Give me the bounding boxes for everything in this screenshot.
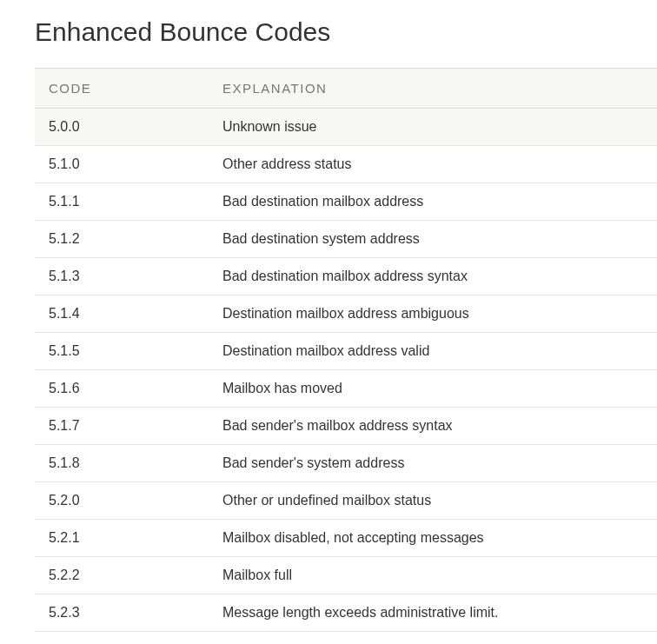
page-title: Enhanced Bounce Codes	[35, 17, 657, 47]
cell-explanation: Bad destination mailbox address	[209, 183, 657, 221]
table-row: 5.1.6Mailbox has moved	[35, 370, 657, 408]
cell-code: 5.1.0	[35, 146, 209, 183]
cell-code: 5.1.2	[35, 221, 209, 258]
table-row: 5.2.3Message length exceeds administrati…	[35, 594, 657, 632]
table-row: 5.1.1Bad destination mailbox address	[35, 183, 657, 221]
bounce-codes-table: CODE EXPLANATION 5.0.0Unknown issue5.1.0…	[35, 68, 657, 632]
cell-explanation: Other address status	[209, 146, 657, 183]
cell-code: 5.0.0	[35, 109, 209, 146]
cell-code: 5.2.3	[35, 594, 209, 632]
cell-explanation: Bad sender's system address	[209, 445, 657, 482]
cell-code: 5.1.3	[35, 258, 209, 295]
cell-explanation: Bad sender's mailbox address syntax	[209, 408, 657, 445]
table-row: 5.2.2Mailbox full	[35, 557, 657, 594]
cell-code: 5.1.8	[35, 445, 209, 482]
cell-code: 5.1.5	[35, 333, 209, 370]
table-row: 5.1.0Other address status	[35, 146, 657, 183]
table-row: 5.0.0Unknown issue	[35, 109, 657, 146]
cell-explanation: Mailbox disabled, not accepting messages	[209, 520, 657, 557]
cell-code: 5.1.7	[35, 408, 209, 445]
cell-code: 5.1.4	[35, 295, 209, 333]
table-row: 5.1.4Destination mailbox address ambiguo…	[35, 295, 657, 333]
cell-explanation: Mailbox has moved	[209, 370, 657, 408]
table-row: 5.2.0Other or undefined mailbox status	[35, 482, 657, 520]
table-row: 5.1.8Bad sender's system address	[35, 445, 657, 482]
cell-code: 5.1.1	[35, 183, 209, 221]
table-header-explanation: EXPLANATION	[209, 69, 657, 109]
cell-explanation: Mailbox full	[209, 557, 657, 594]
cell-explanation: Destination mailbox address valid	[209, 333, 657, 370]
cell-code: 5.2.0	[35, 482, 209, 520]
cell-code: 5.1.6	[35, 370, 209, 408]
table-row: 5.2.1Mailbox disabled, not accepting mes…	[35, 520, 657, 557]
table-row: 5.1.7Bad sender's mailbox address syntax	[35, 408, 657, 445]
cell-explanation: Bad destination mailbox address syntax	[209, 258, 657, 295]
table-row: 5.1.2Bad destination system address	[35, 221, 657, 258]
cell-code: 5.2.2	[35, 557, 209, 594]
cell-explanation: Bad destination system address	[209, 221, 657, 258]
cell-code: 5.2.1	[35, 520, 209, 557]
table-row: 5.1.5Destination mailbox address valid	[35, 333, 657, 370]
table-row: 5.1.3Bad destination mailbox address syn…	[35, 258, 657, 295]
cell-explanation: Message length exceeds administrative li…	[209, 594, 657, 632]
cell-explanation: Destination mailbox address ambiguous	[209, 295, 657, 333]
cell-explanation: Other or undefined mailbox status	[209, 482, 657, 520]
table-header-code: CODE	[35, 69, 209, 109]
cell-explanation: Unknown issue	[209, 109, 657, 146]
